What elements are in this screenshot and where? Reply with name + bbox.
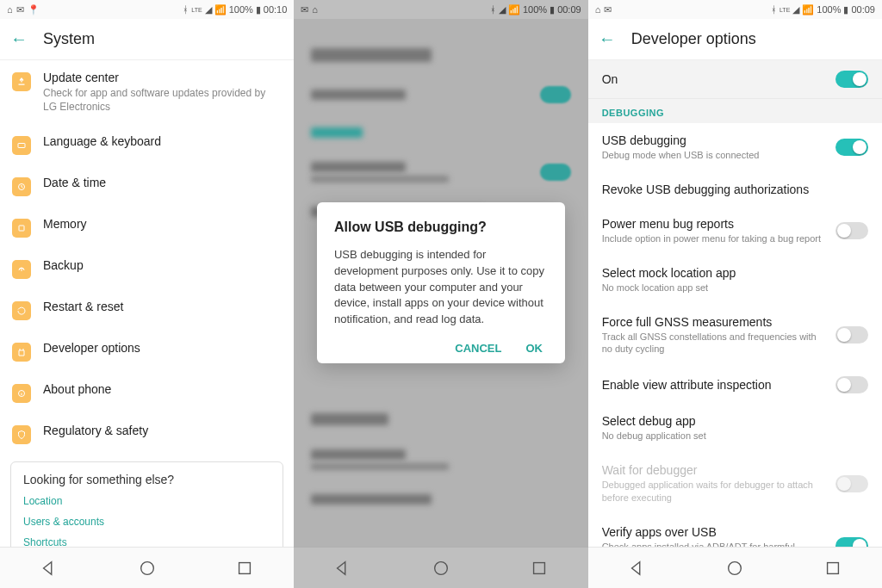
verify-apps-toggle[interactable]: [835, 537, 868, 547]
row-sub: No mock location app set: [602, 282, 868, 294]
page-title: Developer options: [631, 30, 756, 48]
item-about-phone[interactable]: About phone: [0, 372, 294, 413]
nav-recent-icon[interactable]: [530, 559, 549, 578]
cancel-button[interactable]: CANCEL: [455, 342, 501, 355]
row-view-attribute[interactable]: Enable view attribute inspection: [588, 366, 882, 404]
wifi-icon: ◢: [205, 4, 212, 15]
row-select-debug-app[interactable]: Select debug app No debug application se…: [588, 404, 882, 453]
row-title: Revoke USB debugging authorizations: [602, 183, 868, 196]
item-memory[interactable]: Memory: [0, 207, 294, 248]
item-backup[interactable]: Backup: [0, 248, 294, 289]
view-attribute-toggle[interactable]: [835, 376, 868, 393]
item-restart-reset[interactable]: Restart & reset: [0, 289, 294, 331]
nav-recent-icon[interactable]: [235, 559, 254, 578]
item-language-keyboard[interactable]: Language & keyboard: [0, 124, 294, 165]
battery-pct: 100%: [229, 4, 253, 15]
row-sub: Debugged application waits for debugger …: [602, 479, 825, 504]
row-sub: Track all GNSS constellations and freque…: [602, 331, 825, 356]
row-title: Select mock location app: [602, 266, 868, 280]
force-gnss-toggle[interactable]: [835, 326, 868, 344]
suggestion-box: Looking for something else? Location Use…: [10, 461, 283, 547]
wifi-icon: ◢: [792, 4, 799, 15]
status-time: 00:10: [264, 4, 288, 15]
dev-icon: [12, 343, 31, 362]
nav-bar: [294, 547, 587, 588]
row-verify-apps-usb[interactable]: Verify apps over USB Check apps installe…: [588, 515, 882, 547]
item-date-time[interactable]: Date & time: [0, 165, 294, 207]
settings-list: Update center Check for app and software…: [0, 60, 294, 547]
svg-rect-7: [533, 562, 544, 573]
reset-icon: [12, 301, 31, 320]
svg-point-8: [729, 561, 742, 574]
back-arrow-icon[interactable]: ←: [599, 29, 616, 49]
item-update-center[interactable]: Update center Check for app and software…: [0, 60, 294, 124]
battery-pct: 100%: [523, 4, 547, 15]
row-sub: Include option in power menu for taking …: [602, 232, 825, 245]
status-bar: ⌂ ✉ 📍 ᚼ LTE ◢ 📶 100% ▮ 00:10: [0, 0, 294, 19]
bluetooth-icon: ᚼ: [490, 4, 496, 15]
suggestion-heading: Looking for something else?: [23, 473, 270, 486]
mail-icon: ✉: [301, 4, 308, 15]
item-sub: Check for app and software updates provi…: [43, 86, 282, 114]
row-select-mock-location[interactable]: Select mock location app No mock locatio…: [588, 256, 882, 305]
screen-system-settings: ⌂ ✉ 📍 ᚼ LTE ◢ 📶 100% ▮ 00:10 ← System Up…: [0, 0, 294, 588]
mail-icon: ✉: [604, 4, 612, 15]
nav-back-icon[interactable]: [40, 559, 59, 578]
battery-icon: ▮: [256, 4, 261, 15]
item-title: Date & time: [43, 176, 282, 189]
info-icon: [12, 384, 31, 403]
row-sub: Debug mode when USB is connected: [602, 149, 825, 162]
dialog-scrim[interactable]: Allow USB debugging? USB debugging is in…: [294, 19, 587, 547]
item-title: Regulatory & safety: [43, 424, 282, 437]
page-title: System: [43, 30, 95, 48]
row-master-toggle[interactable]: On: [588, 60, 882, 99]
nav-back-icon[interactable]: [333, 559, 352, 578]
row-title: On: [602, 72, 825, 86]
home-icon: ⌂: [595, 4, 601, 15]
keyboard-icon: [12, 136, 31, 155]
row-wait-for-debugger: Wait for debugger Debugged application w…: [588, 453, 882, 515]
item-developer-options[interactable]: Developer options: [0, 331, 294, 372]
row-revoke-usb[interactable]: Revoke USB debugging authorizations: [588, 172, 882, 207]
row-force-gnss[interactable]: Force full GNSS measurements Track all G…: [588, 305, 882, 367]
wifi-icon: ◢: [499, 4, 506, 15]
power-menu-bug-toggle[interactable]: [835, 222, 868, 239]
row-sub: No debug application set: [602, 430, 868, 443]
battery-icon: ▮: [550, 4, 555, 15]
nav-home-icon[interactable]: [725, 559, 744, 578]
item-regulatory-safety[interactable]: Regulatory & safety: [0, 413, 294, 455]
row-title: Verify apps over USB: [602, 525, 825, 539]
wait-debugger-toggle: [835, 475, 868, 492]
suggestion-link-users[interactable]: Users & accounts: [23, 516, 270, 528]
header: ← System: [0, 19, 294, 60]
row-title: Enable view attribute inspection: [602, 378, 825, 392]
nav-home-icon[interactable]: [432, 559, 450, 578]
suggestion-link-location[interactable]: Location: [23, 495, 270, 507]
row-title: Force full GNSS measurements: [602, 315, 825, 329]
backup-icon: [12, 260, 31, 279]
screen-usb-debugging-dialog: ✉ ⌂ ᚼ ◢ 📶 100% ▮ 00:09 Allow USB debuggi…: [294, 0, 587, 588]
status-bar: ✉ ⌂ ᚼ ◢ 📶 100% ▮ 00:09: [294, 0, 587, 19]
nav-back-icon[interactable]: [628, 559, 647, 578]
memory-icon: [12, 219, 31, 238]
item-title: Memory: [43, 217, 282, 231]
nav-recent-icon[interactable]: [823, 559, 842, 578]
mail-icon: ✉: [16, 4, 24, 15]
suggestion-link-shortcuts[interactable]: Shortcuts: [23, 536, 270, 547]
status-time: 00:09: [557, 4, 581, 15]
nav-home-icon[interactable]: [138, 559, 157, 578]
row-power-menu-bug[interactable]: Power menu bug reports Include option in…: [588, 207, 882, 256]
location-icon: 📍: [28, 4, 40, 15]
svg-point-4: [140, 561, 153, 574]
nav-bar: [588, 547, 882, 588]
ok-button[interactable]: OK: [525, 342, 543, 355]
dialog-title: Allow USB debugging?: [334, 220, 548, 235]
svg-rect-5: [239, 562, 251, 573]
row-title: Wait for debugger: [602, 463, 825, 477]
back-arrow-icon[interactable]: ←: [10, 29, 28, 49]
usb-debugging-toggle[interactable]: [835, 139, 868, 156]
header: ← Developer options: [588, 19, 882, 60]
svg-rect-0: [18, 144, 25, 148]
row-usb-debugging[interactable]: USB debugging Debug mode when USB is con…: [588, 123, 882, 172]
master-toggle[interactable]: [835, 71, 868, 88]
